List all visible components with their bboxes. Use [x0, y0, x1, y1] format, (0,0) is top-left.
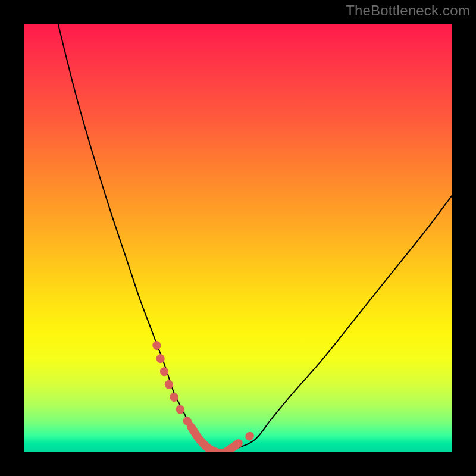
curve-svg [24, 24, 452, 452]
highlight-bottom [191, 427, 238, 452]
highlight-left [156, 345, 191, 427]
bottleneck-curve-path [58, 24, 452, 452]
watermark-text: TheBottleneck.com [346, 2, 470, 19]
plot-area [24, 24, 452, 452]
chart-container: TheBottleneck.com [0, 0, 476, 476]
